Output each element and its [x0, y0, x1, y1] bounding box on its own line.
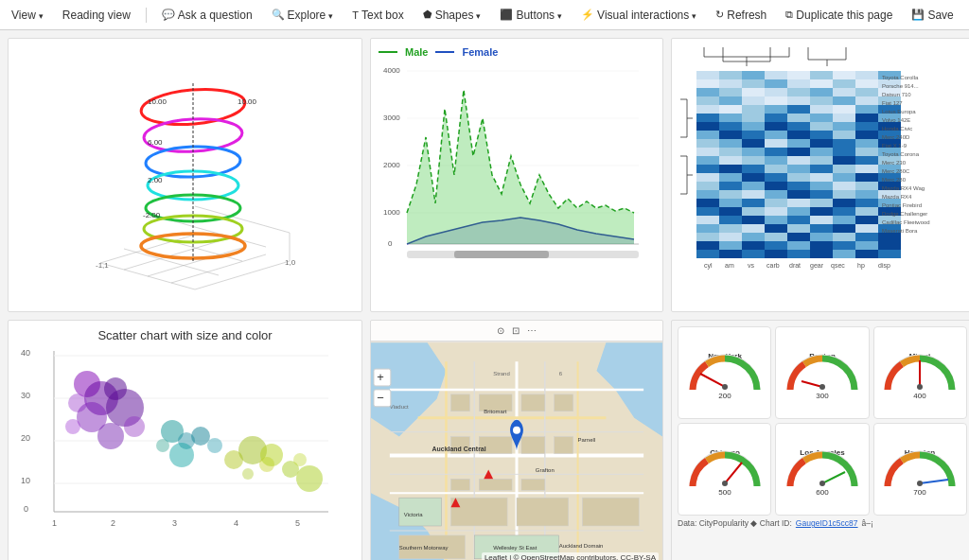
svg-text:300: 300	[816, 392, 829, 399]
svg-rect-143	[787, 165, 810, 173]
shapes-icon: ⬟	[423, 9, 432, 21]
panel-heatmap: cyl am vs carb drat gear qsec hp disp To…	[671, 38, 969, 312]
scatter-title: Scatter chart with size and color	[97, 328, 272, 342]
svg-rect-166	[696, 190, 719, 199]
svg-rect-50	[719, 79, 742, 88]
svg-rect-230	[719, 250, 742, 258]
svg-text:2.00: 2.00	[148, 176, 163, 184]
svg-text:Dodge Challenger: Dodge Challenger	[882, 211, 927, 217]
legend-male-dash	[379, 51, 397, 53]
svg-rect-164	[855, 182, 878, 190]
svg-rect-72	[810, 96, 833, 105]
legend-male-label: Male	[405, 46, 428, 58]
svg-rect-101	[855, 122, 878, 131]
gauge-chart-id: GaugeID1c5cc87	[796, 518, 858, 528]
refresh-button[interactable]: ↻ Refresh	[712, 7, 770, 24]
svg-rect-191	[855, 207, 878, 216]
svg-rect-124	[765, 148, 787, 156]
svg-point-381	[917, 481, 923, 486]
svg-rect-180	[810, 199, 833, 207]
svg-rect-51	[742, 79, 765, 88]
svg-text:40: 40	[21, 348, 30, 358]
svg-rect-105	[742, 131, 765, 139]
textbox-icon: T	[352, 9, 359, 21]
svg-rect-56	[855, 79, 878, 88]
svg-text:Fiat 127: Fiat 127	[882, 100, 903, 106]
view-label: View	[11, 9, 36, 22]
svg-rect-134	[787, 156, 810, 165]
svg-text:1,0: 1,0	[285, 258, 296, 267]
svg-rect-321	[555, 394, 573, 411]
svg-rect-78	[742, 105, 765, 114]
svg-rect-119	[855, 139, 878, 148]
svg-rect-63	[810, 88, 833, 96]
explore-button[interactable]: 🔍 Explore	[268, 7, 338, 24]
save-button[interactable]: 💾 Save	[907, 7, 957, 24]
svg-rect-163	[833, 182, 855, 190]
buttons-button[interactable]: ⬛ Buttons	[496, 7, 566, 24]
svg-text:Britomart: Britomart	[484, 409, 506, 414]
svg-text:−: −	[377, 391, 384, 405]
svg-rect-83	[855, 105, 878, 114]
svg-rect-117	[810, 139, 833, 148]
reading-view-button[interactable]: Reading view	[59, 7, 134, 24]
svg-text:vs: vs	[748, 262, 755, 269]
gauge-los-angeles: Los Angeles 600	[775, 423, 869, 516]
svg-text:20: 20	[21, 433, 30, 443]
svg-point-371	[722, 481, 728, 486]
svg-text:0: 0	[388, 239, 393, 248]
ask-question-button[interactable]: 💬 Ask a question	[158, 7, 256, 24]
svg-rect-179	[787, 199, 810, 207]
svg-text:hp: hp	[857, 262, 865, 270]
svg-rect-132	[742, 156, 765, 165]
line-chart-svg: 4000 3000 2000 1000 0	[379, 61, 643, 265]
svg-rect-97	[765, 122, 787, 131]
svg-point-289	[97, 423, 124, 449]
svg-text:Fiat X 1-9: Fiat X 1-9	[882, 143, 907, 149]
svg-rect-71	[787, 96, 810, 105]
svg-point-356	[722, 384, 728, 390]
svg-text:400: 400	[914, 392, 927, 399]
shapes-button[interactable]: ⬟ Shapes	[419, 7, 485, 24]
svg-rect-209	[855, 224, 878, 233]
svg-text:Cadillac Fleetwood: Cadillac Fleetwood	[882, 219, 930, 225]
svg-rect-110	[855, 131, 878, 139]
view-menu[interactable]: View	[8, 7, 47, 24]
visual-interactions-button[interactable]: ⚡ Visual interactions	[577, 7, 700, 24]
svg-rect-194	[719, 216, 742, 224]
svg-rect-54	[810, 79, 833, 88]
svg-text:Mazda RX4: Mazda RX4	[882, 194, 912, 200]
svg-rect-94	[696, 122, 719, 131]
svg-line-4	[195, 261, 290, 289]
svg-rect-167	[719, 190, 742, 199]
text-box-button[interactable]: T Text box	[348, 7, 407, 24]
gauge-chart-id-suffix: â–¡	[862, 518, 873, 528]
save-icon: 💾	[911, 9, 925, 21]
svg-rect-67	[696, 96, 719, 105]
panel-map: ⊙ ⊡ ⋯	[370, 320, 663, 560]
svg-rect-60	[742, 88, 765, 96]
panel-scatter-chart: Scatter chart with size and color 40 30 …	[8, 320, 362, 560]
svg-rect-195	[742, 216, 765, 224]
svg-rect-139	[696, 165, 719, 173]
svg-rect-175	[696, 199, 719, 207]
svg-rect-61	[765, 88, 787, 96]
svg-rect-148	[696, 173, 719, 182]
svg-text:1000: 1000	[383, 208, 400, 217]
svg-rect-326	[450, 479, 469, 490]
main-content: -1,1 1,0 10.00 6.00 2.00 -2.00	[0, 30, 969, 560]
svg-text:Parnell: Parnell	[578, 437, 596, 443]
svg-rect-140	[719, 165, 742, 173]
refresh-icon: ↻	[715, 9, 724, 21]
svg-rect-152	[787, 173, 810, 182]
svg-rect-226	[833, 241, 855, 250]
svg-rect-187	[765, 207, 787, 216]
svg-rect-131	[719, 156, 742, 165]
svg-rect-236	[855, 250, 878, 258]
svg-rect-189	[810, 207, 833, 216]
duplicate-button[interactable]: ⧉ Duplicate this page	[782, 7, 896, 24]
svg-rect-135	[810, 156, 833, 165]
svg-text:5: 5	[295, 518, 300, 528]
svg-rect-142	[765, 165, 787, 173]
svg-text:10.00: 10.00	[238, 97, 257, 106]
